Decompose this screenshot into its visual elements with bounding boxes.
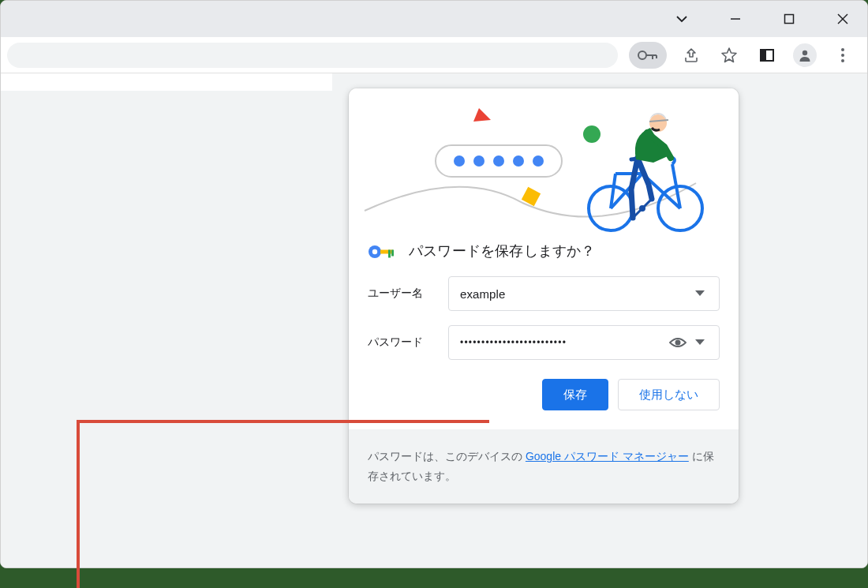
- svg-rect-9: [761, 50, 766, 61]
- svg-point-23: [513, 155, 524, 167]
- reveal-password-icon[interactable]: [667, 331, 689, 354]
- password-manager-link[interactable]: Google パスワード マネージャー: [526, 450, 689, 463]
- browser-toolbar: [1, 37, 867, 73]
- username-input[interactable]: example: [448, 276, 720, 311]
- share-button[interactable]: [678, 42, 705, 69]
- window-titlebar: [1, 1, 867, 37]
- password-value: •••••••••••••••••••••••••: [460, 337, 667, 348]
- svg-rect-40: [380, 250, 393, 254]
- tab-dropdown-button[interactable]: [664, 1, 700, 37]
- svg-point-4: [638, 51, 646, 59]
- svg-point-17: [583, 125, 600, 143]
- username-dropdown-icon[interactable]: [689, 283, 711, 305]
- page-content-top: [1, 73, 332, 91]
- popup-title: パスワードを保存しますか？: [409, 242, 596, 260]
- svg-point-44: [675, 340, 681, 346]
- popup-body: パスワードを保存しますか？ ユーザー名 example パスワード ••••••…: [349, 238, 739, 429]
- minimize-button[interactable]: [717, 1, 754, 37]
- svg-rect-1: [785, 15, 794, 24]
- footer-prefix: パスワードは、このデバイスの: [368, 450, 526, 463]
- svg-point-22: [493, 155, 504, 167]
- side-panel-button[interactable]: [754, 42, 780, 69]
- svg-point-12: [841, 54, 844, 57]
- maximize-button[interactable]: [771, 1, 807, 37]
- svg-point-24: [533, 155, 544, 167]
- never-button[interactable]: 使用しない: [618, 379, 720, 410]
- svg-rect-42: [391, 250, 394, 257]
- svg-point-39: [372, 249, 377, 254]
- svg-rect-41: [388, 250, 391, 258]
- password-input[interactable]: •••••••••••••••••••••••••: [448, 325, 720, 360]
- kebab-menu-button[interactable]: [829, 42, 856, 69]
- bookmark-star-button[interactable]: [716, 42, 743, 69]
- save-password-popup: パスワードを保存しますか？ ユーザー名 example パスワード ••••••…: [349, 88, 739, 504]
- username-value: example: [460, 287, 689, 301]
- password-dropdown-icon[interactable]: [689, 331, 711, 354]
- password-key-button[interactable]: [629, 42, 667, 69]
- popup-illustration: [349, 88, 739, 238]
- window-close-button[interactable]: [825, 1, 861, 37]
- svg-point-13: [841, 59, 844, 62]
- password-field-row: パスワード •••••••••••••••••••••••••: [368, 325, 720, 360]
- svg-point-20: [454, 155, 465, 167]
- address-bar[interactable]: [7, 43, 618, 68]
- username-field-row: ユーザー名 example: [368, 276, 720, 311]
- password-manager-key-icon: [368, 243, 395, 259]
- save-button[interactable]: 保存: [542, 379, 608, 410]
- password-label: パスワード: [368, 335, 448, 350]
- svg-marker-43: [695, 290, 705, 296]
- svg-point-11: [841, 48, 844, 51]
- popup-footer: パスワードは、このデバイスの Google パスワード マネージャー に保存され…: [349, 429, 739, 504]
- username-label: ユーザー名: [368, 287, 448, 301]
- svg-marker-45: [695, 339, 705, 345]
- cyclist-illustration: [589, 113, 702, 230]
- svg-marker-16: [473, 108, 491, 122]
- svg-point-21: [473, 155, 485, 167]
- profile-button[interactable]: [791, 42, 818, 69]
- svg-point-10: [803, 50, 807, 54]
